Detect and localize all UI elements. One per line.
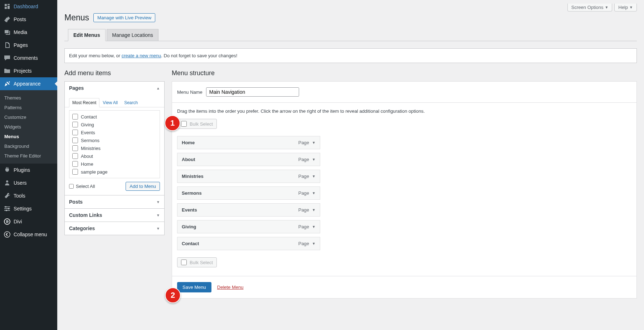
menu-item[interactable]: MinistriesPage▼ xyxy=(177,170,320,183)
sidebar-item-projects[interactable]: Projects xyxy=(0,64,57,77)
submenu-customize[interactable]: Customize xyxy=(0,112,57,122)
page-option[interactable]: Ministries xyxy=(72,144,157,152)
submenu-theme-editor[interactable]: Theme File Editor xyxy=(0,151,57,161)
metabox-custom-links: Custom Links ▼ xyxy=(65,209,164,222)
tab-most-recent[interactable]: Most Recent xyxy=(69,98,99,107)
create-menu-link[interactable]: create a new menu xyxy=(122,53,161,58)
chevron-down-icon: ▼ xyxy=(156,227,160,230)
active-arrow-icon xyxy=(52,81,58,87)
page-checkbox[interactable] xyxy=(72,137,78,143)
sidebar-item-media[interactable]: Media xyxy=(0,26,57,39)
add-to-menu-button[interactable]: Add to Menu xyxy=(126,182,160,191)
notice-text-post: . Do not forget to save your changes! xyxy=(161,53,237,58)
chevron-down-icon[interactable]: ▼ xyxy=(312,208,316,212)
menu-item[interactable]: SermonsPage▼ xyxy=(177,186,320,200)
sidebar-item-divi[interactable]: Divi xyxy=(0,215,57,228)
menu-item[interactable]: GivingPage▼ xyxy=(177,220,320,233)
metabox-categories-header[interactable]: Categories ▼ xyxy=(65,222,164,235)
bulk-select-bottom[interactable]: Bulk Select xyxy=(177,257,217,267)
menu-name-row: Menu Name xyxy=(172,82,636,103)
metabox-pages-header[interactable]: Pages ▲ xyxy=(65,82,164,94)
annotation-badge-1: 1 xyxy=(165,115,180,131)
page-checkbox[interactable] xyxy=(72,153,78,159)
page-checkbox[interactable] xyxy=(72,169,78,175)
chevron-down-icon[interactable]: ▼ xyxy=(312,141,316,145)
menu-item[interactable]: ContactPage▼ xyxy=(177,237,320,250)
sidebar-item-comments[interactable]: Comments xyxy=(0,52,57,64)
sidebar-item-plugins[interactable]: Plugins xyxy=(0,164,57,176)
sidebar-item-tools[interactable]: Tools xyxy=(0,189,57,202)
drag-instructions: Drag the items into the order you prefer… xyxy=(177,108,631,114)
bulk-select-top[interactable]: Bulk Select xyxy=(177,119,217,129)
screen-options-button[interactable]: Screen Options ▼ xyxy=(567,4,613,11)
appearance-icon xyxy=(4,80,11,87)
chevron-down-icon[interactable]: ▼ xyxy=(312,225,316,229)
chevron-down-icon[interactable]: ▼ xyxy=(312,157,316,161)
tab-search[interactable]: Search xyxy=(121,98,141,107)
bulk-select-checkbox[interactable] xyxy=(181,259,187,265)
add-items-title: Add menu items xyxy=(64,69,165,77)
help-button[interactable]: Help ▼ xyxy=(614,4,637,11)
tab-manage-locations[interactable]: Manage Locations xyxy=(107,29,158,41)
page-option[interactable]: Home xyxy=(72,160,157,168)
sidebar-label: Media xyxy=(14,29,27,35)
page-checkbox[interactable] xyxy=(72,161,78,167)
page-option[interactable]: sample page xyxy=(72,168,157,176)
sidebar-item-dashboard[interactable]: Dashboard xyxy=(0,0,57,13)
sidebar-item-posts[interactable]: Posts xyxy=(0,13,57,26)
chevron-up-icon: ▲ xyxy=(156,86,160,90)
sidebar-item-collapse[interactable]: Collapse menu xyxy=(0,228,57,241)
menu-item[interactable]: HomePage▼ xyxy=(177,136,320,149)
metabox-pages: Pages ▲ Most Recent View All Search Cont… xyxy=(65,82,164,195)
nav-tabs: Edit Menus Manage Locations xyxy=(64,29,637,41)
tab-edit-menus[interactable]: Edit Menus xyxy=(68,29,106,41)
notice-bar: Edit your menu below, or create a new me… xyxy=(64,48,637,63)
submenu-widgets[interactable]: Widgets xyxy=(0,122,57,132)
metabox-posts-header[interactable]: Posts ▼ xyxy=(65,195,164,208)
sidebar-item-appearance[interactable]: Appearance xyxy=(0,77,57,90)
sidebar-label: Settings xyxy=(14,206,32,212)
metabox-custom-links-header[interactable]: Custom Links ▼ xyxy=(65,209,164,222)
menu-name-input[interactable] xyxy=(206,87,299,97)
page-option[interactable]: Contact xyxy=(72,113,157,121)
chevron-down-icon[interactable]: ▼ xyxy=(312,242,316,246)
submenu-patterns[interactable]: Patterns xyxy=(0,103,57,112)
select-all-checkbox[interactable] xyxy=(69,184,74,189)
page-option[interactable]: About xyxy=(72,152,157,160)
menu-structure-column: 1 Menu structure Menu Name Drag the item… xyxy=(172,69,637,299)
delete-menu-link[interactable]: Delete Menu xyxy=(217,285,244,290)
tab-view-all[interactable]: View All xyxy=(99,98,121,107)
submenu-background[interactable]: Background xyxy=(0,141,57,151)
menu-edit-panel: Menu Name Drag the items into the order … xyxy=(172,81,637,299)
menu-item[interactable]: AboutPage▼ xyxy=(177,153,320,166)
bulk-select-checkbox[interactable] xyxy=(181,121,187,127)
projects-icon xyxy=(4,67,11,74)
chevron-down-icon[interactable]: ▼ xyxy=(312,174,316,178)
sidebar-label: Comments xyxy=(14,55,38,61)
metabox-pages-footer: Select All Add to Menu xyxy=(65,178,164,191)
menu-body: Drag the items into the order you prefer… xyxy=(172,103,636,276)
users-icon xyxy=(4,179,11,186)
page-option[interactable]: Giving xyxy=(72,121,157,128)
menu-item[interactable]: EventsPage▼ xyxy=(177,203,320,217)
chevron-down-icon: ▼ xyxy=(605,5,608,9)
sidebar-label: Dashboard xyxy=(14,4,38,9)
metabox-categories: Categories ▼ xyxy=(65,222,164,235)
page-checkbox[interactable] xyxy=(72,130,78,135)
page-option[interactable]: Sermons xyxy=(72,136,157,144)
page-option[interactable]: Events xyxy=(72,128,157,136)
page-checkbox[interactable] xyxy=(72,114,78,120)
page-checkbox[interactable] xyxy=(72,145,78,151)
chevron-down-icon[interactable]: ▼ xyxy=(312,191,316,195)
sidebar-item-settings[interactable]: Settings xyxy=(0,202,57,215)
submenu-menus[interactable]: Menus xyxy=(0,132,57,141)
select-all-option[interactable]: Select All xyxy=(69,184,95,189)
sidebar-item-users[interactable]: Users xyxy=(0,176,57,189)
page-checkbox[interactable] xyxy=(72,122,78,127)
live-preview-button[interactable]: Manage with Live Preview xyxy=(93,13,155,22)
submenu-themes[interactable]: Themes xyxy=(0,93,57,103)
save-menu-button[interactable]: Save Menu xyxy=(177,282,211,292)
sidebar-item-pages[interactable]: Pages xyxy=(0,39,57,52)
menu-name-label: Menu Name xyxy=(177,89,203,95)
screen-meta-links: Screen Options ▼ Help ▼ xyxy=(64,4,637,11)
